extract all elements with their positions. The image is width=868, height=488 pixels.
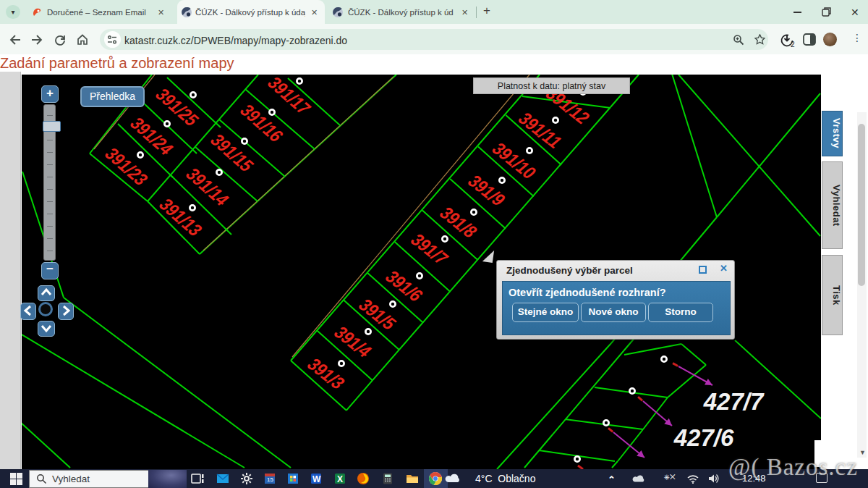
svg-text:15: 15	[267, 476, 273, 483]
svg-text:391/15: 391/15	[206, 131, 259, 175]
svg-text:2: 2	[791, 41, 795, 49]
svg-text:391/14: 391/14	[182, 165, 234, 209]
svg-text:X: X	[337, 474, 343, 484]
svg-text:391/25: 391/25	[151, 85, 204, 130]
svg-text:391/24: 391/24	[126, 114, 179, 159]
svg-text:427/7: 427/7	[703, 388, 765, 415]
svg-text:427/6: 427/6	[673, 424, 734, 451]
svg-text:W: W	[312, 474, 321, 484]
svg-text:391/10: 391/10	[488, 139, 541, 182]
